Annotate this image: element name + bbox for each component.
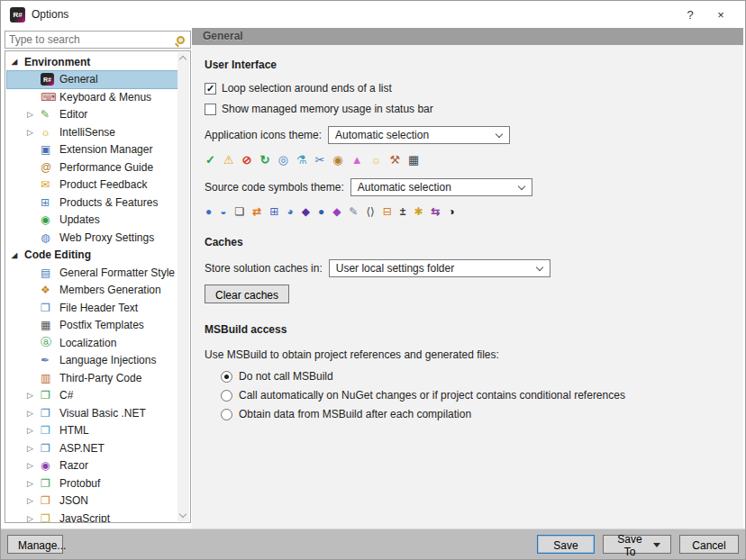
sidebar-item-visual-basic[interactable]: ▷ ❐ Visual Basic .NET [7, 404, 177, 422]
sidebar-item-postfix-templates[interactable]: ▦ Postfix Templates [7, 317, 177, 335]
error-icon: ⊘ [242, 153, 252, 167]
protobuf-file-icon: ❐ [41, 477, 57, 490]
generation-icon: ❖ [41, 284, 57, 296]
cone-icon: ▲ [351, 153, 363, 167]
blocks-icon: ⊞ [41, 196, 57, 209]
expanded-triangle-icon[interactable]: ◢ [12, 251, 24, 259]
sidebar-item-file-header-text[interactable]: ❐ File Header Text [7, 299, 177, 317]
new-symbol-icon: ✱ [414, 205, 423, 218]
sidebar-item-csharp[interactable]: ▷ ❐ C# [7, 387, 177, 405]
chevron-right-icon[interactable]: ▷ [27, 426, 41, 435]
warning-icon: ⚠ [223, 153, 234, 167]
sidebar-item-updates[interactable]: ◉ Updates [7, 212, 177, 230]
msbuild-after-compilation-radio[interactable] [221, 409, 232, 420]
section-caches: Caches [205, 236, 731, 248]
sidebar-item-products-features[interactable]: ⊞ Products & Features [7, 194, 177, 212]
chevron-right-icon[interactable]: ▷ [27, 391, 41, 400]
msbuild-call-automatically-radio[interactable] [221, 390, 232, 402]
flask-icon: ⚗ [296, 153, 307, 167]
class-badge-icon: ◕ [287, 205, 293, 218]
sidebar-item-keyboard-menus[interactable]: ⌨ Keyboard & Menus [7, 88, 177, 106]
sidebar-item-third-party-code[interactable]: ▥ Third-Party Code [7, 369, 177, 387]
snail-icon: @ [41, 161, 57, 174]
caches-store-select[interactable]: User local settings folder [329, 259, 550, 277]
app-icons-theme-select[interactable]: Automatic selection [328, 126, 510, 144]
app-icons-theme-label: Application icons theme: [205, 129, 322, 141]
sidebar-item-product-feedback[interactable]: ✉ Product Feedback [7, 176, 177, 194]
settings-sidebar: ◢ Environment R# General ⌨ Keyboard & Me… [1, 28, 191, 528]
save-button[interactable]: Save [537, 535, 595, 554]
sidebar-item-editor[interactable]: ▷ ✎ Editor [7, 106, 177, 124]
class-question-icon: ◒ [220, 205, 226, 218]
manage-button[interactable]: Manage... [7, 535, 63, 554]
dialog-footer: Manage... Save Save To Cancel [1, 528, 745, 559]
radio-label: Obtain data from MSBuild after each comp… [239, 408, 471, 420]
chevron-right-icon[interactable]: ▷ [27, 110, 41, 119]
title-bar: R# Options ? × [1, 1, 745, 28]
scroll-down-icon[interactable] [179, 510, 186, 518]
radio-label: Call automatically on NuGet changes or i… [239, 389, 625, 402]
sidebar-item-general[interactable]: R# General [7, 71, 177, 89]
sidebar-group-code-editing[interactable]: ◢ Code Editing [7, 247, 177, 265]
field-icon: ● [318, 205, 324, 218]
syringe-icon: ✒ [41, 354, 57, 366]
event-icon: ⇄ [252, 205, 261, 218]
vb-file-icon: ❐ [41, 407, 57, 420]
compass-icon: ◉ [332, 153, 342, 167]
chevron-right-icon[interactable]: ▷ [27, 479, 41, 488]
sidebar-group-environment[interactable]: ◢ Environment [7, 53, 177, 71]
chevron-right-icon[interactable]: ▷ [27, 514, 41, 523]
help-button[interactable]: ? [675, 8, 705, 22]
globe-icon: ◍ [41, 231, 57, 244]
section-msbuild-access: MSBuild access [205, 323, 731, 336]
managed-memory-checkbox[interactable] [205, 104, 216, 115]
save-to-button[interactable]: Save To [603, 535, 671, 554]
search-input[interactable] [9, 33, 177, 46]
symbols-theme-select[interactable]: Automatic selection [350, 178, 532, 196]
tree-scrollbar[interactable] [177, 52, 189, 521]
checkbox-label: Show managed memory usage in status bar [222, 103, 433, 115]
javascript-file-icon: ❐ [41, 512, 57, 523]
sidebar-item-extension-manager[interactable]: ▣ Extension Manager [7, 141, 177, 159]
sidebar-item-members-generation[interactable]: ❖ Members Generation [7, 282, 177, 300]
msbuild-description: Use MSBuild to obtain project references… [205, 348, 731, 361]
chevron-right-icon[interactable]: ▷ [27, 496, 41, 505]
msbuild-do-not-call-radio[interactable] [221, 371, 232, 383]
dropdown-arrow-icon [653, 543, 660, 547]
loop-selection-checkbox[interactable]: ✓ [205, 83, 216, 95]
file-icon: ❐ [41, 302, 57, 314]
csharp-file-icon: ❐ [41, 389, 57, 402]
method-icon: ◆ [302, 205, 310, 218]
sidebar-item-javascript[interactable]: ▷ ❐ JavaScript [7, 510, 177, 523]
envelope-icon: ✉ [41, 178, 57, 191]
chevron-right-icon[interactable]: ▷ [27, 128, 41, 137]
keyboard-icon: ⌨ [41, 91, 57, 104]
sidebar-item-web-proxy-settings[interactable]: ◍ Web Proxy Settings [7, 229, 177, 247]
class-icon: ● [205, 205, 212, 218]
chevron-right-icon[interactable]: ▷ [27, 409, 41, 418]
sidebar-item-localization[interactable]: ⓐ Localization [7, 334, 177, 352]
close-button[interactable]: × [705, 8, 736, 22]
html-file-icon: ❐ [41, 424, 57, 437]
refresh-globe-icon: ↻ [259, 153, 269, 167]
sidebar-item-general-formatter-style[interactable]: ▤ General Formatter Style [7, 264, 177, 282]
expanded-triangle-icon[interactable]: ◢ [12, 58, 24, 66]
sidebar-item-json[interactable]: ▷ ❐ JSON [7, 492, 177, 510]
lightbulb-icon: ☼ [371, 153, 382, 167]
search-icon [177, 36, 185, 44]
chevron-right-icon[interactable]: ▷ [27, 444, 41, 453]
sidebar-item-intellisense[interactable]: ▷ ☼ IntelliSense [7, 123, 177, 141]
scroll-up-icon[interactable] [179, 56, 186, 63]
chevron-right-icon[interactable]: ▷ [27, 461, 41, 470]
cancel-button[interactable]: Cancel [679, 535, 739, 554]
search-box[interactable] [5, 31, 191, 49]
sidebar-item-language-injections[interactable]: ✒ Language Injections [7, 352, 177, 370]
sidebar-item-performance-guide[interactable]: @ Performance Guide [7, 158, 177, 176]
sidebar-item-aspnet[interactable]: ▷ ❐ ASP.NET [7, 439, 177, 457]
template-icon: ▦ [41, 319, 57, 331]
clear-caches-button[interactable]: Clear caches [205, 285, 289, 303]
sidebar-item-razor[interactable]: ▷ ◉ Razor [7, 457, 177, 475]
checkbox-label: Loop selection around ends of a list [222, 82, 392, 95]
sidebar-item-html[interactable]: ▷ ❐ HTML [7, 422, 177, 440]
sidebar-item-protobuf[interactable]: ▷ ❐ Protobuf [7, 474, 177, 492]
